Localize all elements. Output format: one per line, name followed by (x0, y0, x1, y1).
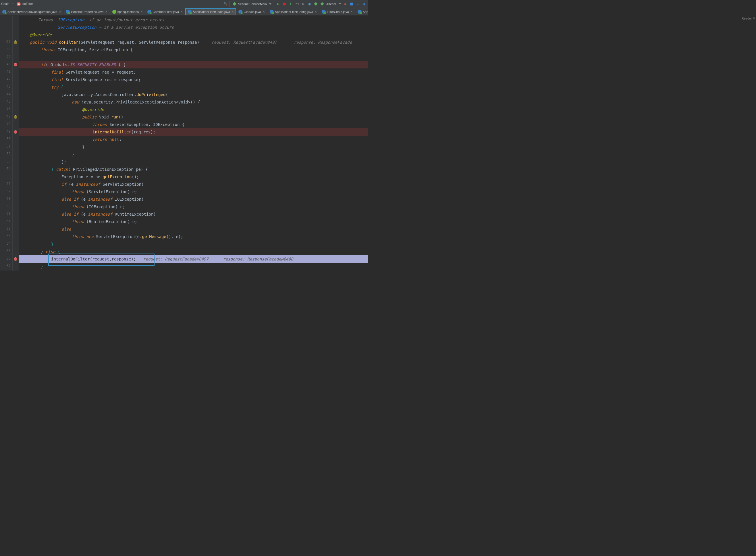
line-number[interactable]: 55 (7, 174, 11, 178)
close-icon[interactable]: × (105, 10, 107, 14)
settings-icon[interactable]: ◉ (362, 2, 367, 6)
code-line-55[interactable]: Exception e = pe.getException(); (62, 173, 139, 180)
code-line-49[interactable]: internalDoFilter(req,res); (92, 128, 155, 136)
code-line-48[interactable]: throws ServletException, IOException { (92, 121, 184, 128)
line-number[interactable]: 49 (7, 129, 11, 133)
close-icon[interactable]: × (180, 10, 183, 14)
code-line-50[interactable]: return null; (92, 136, 121, 143)
line-number[interactable]: 56 (7, 182, 11, 186)
aqua-globe-icon[interactable]: ◉ (307, 2, 312, 6)
code-line-66[interactable]: internalDoFilter(request,response); requ… (51, 255, 293, 263)
line-number[interactable]: 41 (7, 70, 11, 74)
line-number[interactable]: 36 (7, 32, 11, 36)
run-grey-button[interactable]: ▶ (301, 2, 306, 6)
line-number-gutter[interactable]: 3637383940414243444546474849505152535455… (0, 15, 13, 271)
tab-applicationfilterchain-java[interactable]: ApplicationFilterChain.java× (185, 8, 236, 15)
code-line-40[interactable]: if( Globals.IS_SECURITY_ENABLED ) { (41, 61, 125, 68)
debug-button[interactable]: 🐞 (282, 2, 287, 6)
code-line-45[interactable]: new java.security.PrivilegedExceptionAct… (72, 98, 200, 106)
tab-globals-java[interactable]: Globals.java× (236, 8, 267, 15)
code-line-41[interactable]: final ServletRequest req = request; (51, 68, 136, 76)
close-icon[interactable]: × (231, 10, 234, 14)
code-editor[interactable]: 3637383940414243444546474849505152535455… (0, 15, 368, 271)
line-number[interactable]: 53 (7, 159, 11, 163)
jrebel-chevron-icon[interactable] (339, 3, 341, 5)
code-line-64[interactable]: } (51, 240, 53, 248)
line-number[interactable]: 52 (7, 152, 11, 156)
code-line-docExc[interactable]: ServletException – if a servlet exceptio… (19, 24, 174, 31)
code-line-53[interactable]: ); (62, 158, 66, 166)
code-line-37[interactable]: public void doFilter(ServletRequest requ… (30, 38, 352, 46)
line-number[interactable]: 42 (7, 77, 11, 81)
line-number[interactable]: 64 (7, 242, 11, 245)
tab-applicationfilterconfig-java[interactable]: ApplicationFilterConfig.java× (267, 8, 319, 15)
breadcrumb-method[interactable]: doFilter (23, 2, 33, 5)
tab-sentinelproperties-java[interactable]: SentinelProperties.java× (64, 8, 110, 15)
code-line-43[interactable]: try { (51, 83, 63, 91)
run-button[interactable]: ▶ (276, 2, 280, 6)
code-line-63[interactable]: throw new ServletException(e.getMessage(… (72, 233, 183, 240)
line-number[interactable]: 43 (7, 84, 11, 89)
breakpoint-gutter[interactable] (13, 15, 19, 271)
code-line-58[interactable]: else if (e instanceof IOException) (62, 196, 144, 203)
line-number[interactable]: 38 (7, 47, 11, 51)
build-icon[interactable]: 🔨 (223, 2, 228, 6)
line-number[interactable]: 59 (7, 204, 11, 208)
line-number[interactable]: 48 (7, 122, 11, 126)
line-number[interactable]: 39 (7, 55, 11, 59)
tab-appl[interactable]: Appl (355, 8, 368, 15)
code-line-46[interactable]: @Override (82, 106, 104, 113)
line-number[interactable]: 65 (7, 249, 11, 253)
code-line-36[interactable]: @Override (30, 31, 52, 38)
code-line-52[interactable]: } (72, 151, 74, 158)
line-number[interactable]: 44 (7, 92, 11, 96)
line-number[interactable]: 57 (7, 189, 11, 193)
code-line-42[interactable]: final ServletResponse res = response; (51, 76, 141, 83)
close-icon[interactable]: × (314, 10, 317, 14)
breakpoint-icon[interactable] (14, 63, 17, 66)
coverage-button[interactable]: ⬆ (289, 2, 293, 6)
run-configuration-selector[interactable]: SentinelServiceMain (229, 1, 274, 7)
code-line-44[interactable]: java.security.AccessController.doPrivile… (62, 91, 168, 98)
breakpoint-icon[interactable] (14, 257, 17, 261)
close-icon[interactable]: × (140, 10, 143, 14)
code-line-60[interactable]: else if (e instanceof RuntimeException) (62, 210, 156, 218)
tab-spring-factories[interactable]: spring.factories× (110, 8, 145, 15)
git-update-icon[interactable] (349, 2, 354, 6)
line-number[interactable]: 67 (7, 264, 11, 268)
tab-filterchain-java[interactable]: FilterChain.java× (319, 8, 355, 15)
breadcrumb-class[interactable]: Chain (1, 2, 9, 5)
profile-button[interactable]: ◔▾ (295, 2, 299, 6)
code-line-47[interactable]: public Void run() (82, 113, 123, 121)
line-number[interactable]: 58 (7, 197, 11, 201)
line-number[interactable]: 40 (7, 62, 11, 66)
close-icon[interactable]: × (262, 10, 265, 14)
code-line-docTop[interactable]: Throws. IOException if an input/output e… (19, 16, 164, 24)
breakpoint-icon[interactable] (14, 130, 17, 134)
line-number[interactable]: 66 (7, 256, 11, 260)
code-line-68[interactable]: } (30, 270, 32, 271)
code-line-38[interactable]: throws IOException, ServletException { (41, 46, 133, 54)
jrebel-debug-icon[interactable] (320, 2, 325, 6)
search-everywhere-icon[interactable]: ⌕ (355, 2, 360, 6)
line-number[interactable]: 61 (7, 219, 11, 223)
code-line-51[interactable]: } (82, 143, 84, 151)
line-number[interactable]: 60 (7, 212, 11, 216)
line-number[interactable]: 54 (7, 167, 11, 171)
code-line-67[interactable]: } (41, 263, 43, 270)
breadcrumb[interactable]: Chain 〉 m doFilter (1, 2, 33, 6)
line-number[interactable]: 50 (7, 137, 11, 141)
tab-sentinelwebautoconfiguration-java[interactable]: SentinelWebAutoConfiguration.java× (0, 8, 64, 15)
override-gutter-icon[interactable] (14, 115, 17, 119)
tab-commonfilter-java[interactable]: CommonFilter.java× (145, 8, 185, 15)
code-line-54[interactable]: } catch( PrivilegedActionException pe) { (51, 166, 148, 173)
code-line-56[interactable]: if (e instanceof ServletException) (62, 180, 144, 188)
line-number[interactable]: 62 (7, 227, 11, 231)
close-icon[interactable]: × (58, 10, 61, 14)
line-number[interactable]: 45 (7, 100, 11, 104)
line-number[interactable]: 51 (7, 144, 11, 148)
code-line-62[interactable]: else (62, 225, 71, 233)
code-line-59[interactable]: throw (IOException) e; (72, 203, 125, 210)
override-gutter-icon[interactable] (14, 40, 17, 44)
close-icon[interactable]: × (350, 10, 353, 14)
